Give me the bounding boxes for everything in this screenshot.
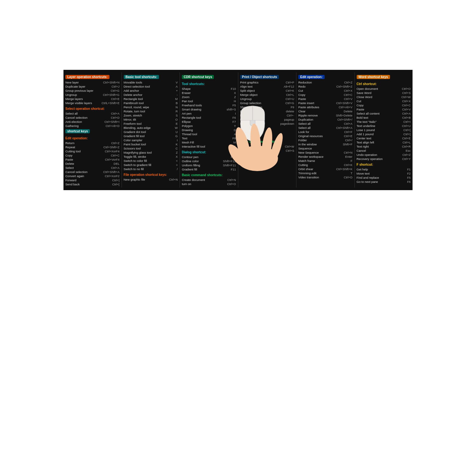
shortcut-row: Interactive fill toolG xyxy=(182,144,236,149)
shortcut-label: Switch to gradient fill xyxy=(124,163,175,167)
shortcut-key: F2 xyxy=(407,172,411,175)
shortcut-label: Drawing xyxy=(182,128,233,132)
shortcut-key: F5 xyxy=(232,103,236,107)
shortcut-key: Shift+F11 xyxy=(223,163,236,167)
shortcut-row: Movable toolsV xyxy=(124,80,178,84)
shortcut-label: Save xyxy=(240,145,284,148)
shortcut-key: < xyxy=(176,159,178,163)
shortcut-key: Ctrl+K xyxy=(344,163,353,167)
shortcut-key: shift+S xyxy=(227,108,236,111)
shortcut-key: F8 xyxy=(232,136,236,140)
column-edit-ops: Edit operation:ReductionCtrl+ZRedoCtrl+S… xyxy=(296,72,355,188)
shortcut-label: Gradient fill xyxy=(182,168,229,171)
shortcut-label: Bold text xyxy=(357,116,401,119)
shortcut-key: Esc xyxy=(406,149,411,152)
shortcut-label: Select all content xyxy=(357,112,401,115)
shortcut-key: F5 xyxy=(407,176,411,179)
col-header-layer-ops: Layer operation shortcuts: xyxy=(65,75,109,79)
shortcut-row: Gradient dot toolU xyxy=(124,130,178,134)
shortcut-key: F7 xyxy=(232,120,236,123)
shortcut-label: Go to next pane xyxy=(357,180,406,183)
shortcut-label: Copy xyxy=(357,103,401,107)
shortcut-label: Find and replace xyxy=(357,176,406,179)
shortcut-key: Ctrl+[ xyxy=(403,128,411,132)
shortcut-label: Switch to color fill xyxy=(124,159,175,163)
shortcut-row: CutCtrl+X xyxy=(298,89,353,93)
shortcut-label: Duplication xyxy=(298,118,336,121)
shortcut-row: Magnifying glass toolZ xyxy=(124,150,178,155)
shortcut-key: D xyxy=(234,128,236,132)
section-title-basic-tools-1: File operation shortcut keys: xyxy=(124,173,178,176)
shortcut-label: Select all xyxy=(298,126,335,130)
section-title-layer-ops-2: shortcut keys xyxy=(65,129,90,133)
shortcut-key: Ctrl+Shift+K xyxy=(336,167,352,171)
shortcut-key: delete xyxy=(286,110,294,113)
shortcut-key: Ctrl+- xyxy=(287,114,294,117)
shortcut-key: Ctrl+Alt+D xyxy=(106,124,120,128)
shortcut-label: Mirror, tilt xyxy=(124,118,174,121)
shortcut-label: Center text xyxy=(357,136,401,140)
shortcut-row: Bold textCtrl+B xyxy=(357,116,411,120)
shortcut-label: Return xyxy=(65,141,110,145)
shortcut-label: Show full screen xyxy=(240,105,289,109)
shortcut-key: Ctrl+] xyxy=(403,132,411,136)
shortcut-key: Ctrl+L xyxy=(286,93,294,96)
shortcut-row: Contour penF12 xyxy=(182,155,236,159)
shortcut-row: Gradient fillF11 xyxy=(182,167,236,171)
shortcut-row: UngroupCtrl+Shift+G xyxy=(65,93,120,97)
section-title-word-shortcuts-1: F shortcut: xyxy=(357,163,411,166)
shortcut-key: Ctrl+B xyxy=(402,116,411,119)
shortcut-key: - xyxy=(177,93,178,96)
shortcut-row: CopyCtrl+C xyxy=(357,103,411,107)
shortcut-key: M xyxy=(234,141,236,144)
shortcut-label: Reduction xyxy=(298,81,343,84)
shortcut-row: Art penI xyxy=(182,111,236,116)
shortcut-key: F11 xyxy=(231,168,236,171)
shortcut-key: pagedown xyxy=(280,122,294,125)
shortcut-row: UngroupCtrl+U xyxy=(240,97,294,101)
shortcut-label: Cut xyxy=(357,99,401,103)
shortcut-label: New Sequence xyxy=(298,151,342,154)
shortcut-label: Pan tool xyxy=(182,99,233,103)
shortcut-row: Text rightCtrl+R xyxy=(357,144,411,149)
shortcut-row: Create documentCtrl+N xyxy=(182,178,236,182)
shortcut-key: Ctrl+P xyxy=(286,81,294,84)
shortcut-row: CancelEsc xyxy=(357,149,411,153)
shortcut-label: Contour pen xyxy=(182,155,229,159)
shortcut-key: Ctrl+E xyxy=(402,136,411,140)
shortcut-key: Ctrl+S xyxy=(402,91,411,95)
shortcut-row: The text "Italic"Ctrl+I xyxy=(357,120,411,124)
shortcut-row: Show full screenF9 xyxy=(240,105,294,109)
shortcut-row: Find and replaceF5 xyxy=(357,176,411,180)
shortcut-row: Align top xyxy=(240,126,294,130)
column-print-ops: Print / Object shortcutsPrint graphicsCt… xyxy=(238,72,297,188)
shortcut-row: Delete anchor- xyxy=(124,93,178,97)
shortcut-key: C xyxy=(175,147,178,150)
shortcut-row: Open documentCtrl+O xyxy=(357,87,411,91)
shortcut-label: Anti-election xyxy=(65,120,103,123)
shortcut-key: G xyxy=(175,134,178,138)
shortcut-label: Cancel selection xyxy=(65,170,102,174)
shortcut-label: Ripple remove xyxy=(298,114,334,117)
shortcut-row: Next pagepagedown xyxy=(240,122,294,126)
shortcut-key: M xyxy=(175,97,178,101)
shortcut-row: Switch to color fill< xyxy=(124,159,178,163)
shortcut-label: Video transition xyxy=(298,176,342,179)
shortcut-row: Mesh FillM xyxy=(182,140,236,144)
shortcut-key: F6 xyxy=(407,180,411,183)
shortcut-key: / xyxy=(177,167,178,171)
shortcut-row: Smart drawingshift+S xyxy=(182,107,236,111)
shortcut-label: Eraser xyxy=(182,91,233,95)
shortcut-key: + xyxy=(176,89,178,92)
shortcut-key: Ctrl+Shift+Z xyxy=(336,85,353,88)
shortcut-row: SelectCtrl+A xyxy=(65,166,120,170)
shortcut-row: FolderCtrl+/ xyxy=(298,138,353,142)
shortcut-row: Sequence xyxy=(298,146,353,150)
shortcut-key: Ctrl+A xyxy=(111,166,120,170)
shortcut-label: Magnifying glass tool xyxy=(124,151,175,154)
shortcut-label: Thread tool xyxy=(182,132,233,136)
shortcut-row: Add 1 poundCtrl+] xyxy=(357,132,411,136)
shortcut-key: Ctrl+Shift+A xyxy=(103,170,119,174)
shortcut-row: CloseCtrl+S xyxy=(240,149,294,153)
section-title-layer-ops-3: Edit operation: xyxy=(65,136,120,140)
